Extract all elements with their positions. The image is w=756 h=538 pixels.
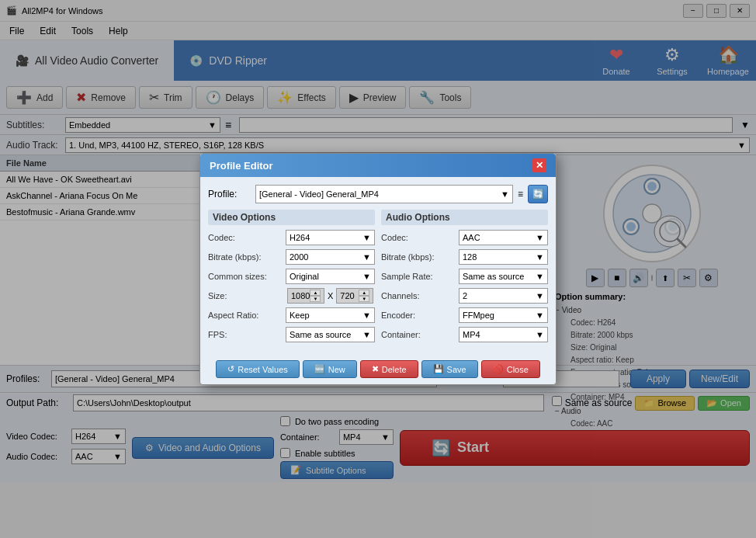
aspect-lbl: Aspect Ratio: bbox=[208, 311, 286, 320]
size-row: Size: 1080 ▲ ▼ X 720 bbox=[208, 288, 375, 304]
size-w-down[interactable]: ▼ bbox=[310, 296, 321, 302]
cs-arrow: ▼ bbox=[362, 272, 371, 281]
size-x: X bbox=[326, 291, 335, 300]
video-codec-sel[interactable]: H264 ▼ bbox=[286, 230, 375, 245]
fps-lbl: FPS: bbox=[208, 330, 286, 339]
delete-icon: ✖ bbox=[372, 364, 379, 374]
options-grid: Video Options Codec: H264 ▼ Bitrate (kbp… bbox=[208, 210, 548, 346]
video-bitrate-lbl: Bitrate (kbps): bbox=[208, 252, 286, 262]
sample-rate-sel[interactable]: Same as source ▼ bbox=[459, 269, 548, 284]
aspect-row: Aspect Ratio: Keep ▼ bbox=[208, 307, 375, 323]
profile-value: [General - Video] General_MP4 bbox=[259, 189, 379, 199]
profile-menu-icon: ≡ bbox=[518, 189, 523, 200]
asp-arrow: ▼ bbox=[362, 311, 371, 320]
dialog-overlay: Profile Editor ✕ Profile: [General - Vid… bbox=[0, 0, 756, 538]
size-width-input[interactable]: 1080 ▲ ▼ bbox=[287, 288, 324, 304]
audio-options-col: Audio Options Codec: AAC ▼ Bitrate (kbps… bbox=[381, 210, 548, 346]
new-button[interactable]: 🆕 New bbox=[303, 360, 357, 378]
size-h-val: 720 bbox=[340, 291, 354, 300]
close-label: Close bbox=[507, 365, 529, 374]
fps-row: FPS: Same as source ▼ bbox=[208, 327, 375, 342]
fps-val: Same as source bbox=[290, 330, 351, 339]
audio-codec-lbl: Codec: bbox=[381, 233, 459, 242]
encoder-sel[interactable]: FFMpeg ▼ bbox=[459, 307, 548, 323]
save-button[interactable]: 💾 Save bbox=[421, 360, 478, 378]
container-dlg-val: MP4 bbox=[463, 330, 480, 339]
fps-arrow: ▼ bbox=[362, 330, 371, 339]
encoder-val: FFMpeg bbox=[463, 311, 494, 320]
container-dlg-sel[interactable]: MP4 ▼ bbox=[459, 327, 548, 342]
reset-label: Reset Values bbox=[238, 365, 288, 374]
common-sizes-sel[interactable]: Original ▼ bbox=[286, 269, 375, 284]
vc-arrow: ▼ bbox=[362, 233, 371, 242]
encoder-row: Encoder: FFMpeg ▼ bbox=[381, 307, 548, 323]
video-options-title: Video Options bbox=[208, 210, 375, 225]
fps-sel[interactable]: Same as source ▼ bbox=[286, 327, 375, 342]
close-dialog-button[interactable]: 🚫 Close bbox=[481, 360, 540, 378]
dialog-title: Profile Editor bbox=[210, 160, 273, 172]
new-label: New bbox=[328, 365, 345, 374]
video-options-col: Video Options Codec: H264 ▼ Bitrate (kbp… bbox=[208, 210, 375, 346]
sr-arrow: ▼ bbox=[536, 272, 544, 281]
profile-select-row: Profile: [General - Video] General_MP4 ▼… bbox=[208, 185, 548, 203]
dialog-body: Profile: [General - Video] General_MP4 ▼… bbox=[200, 177, 556, 354]
common-sizes-row: Common sizes: Original ▼ bbox=[208, 269, 375, 284]
common-sizes-val: Original bbox=[290, 272, 319, 281]
save-label: Save bbox=[447, 365, 466, 374]
profile-arrow: ▼ bbox=[501, 189, 509, 199]
audio-codec-sel[interactable]: AAC ▼ bbox=[459, 230, 548, 245]
video-codec-lbl: Codec: bbox=[208, 233, 286, 242]
profile-label: Profile: bbox=[208, 189, 251, 200]
audio-bitrate-lbl: Bitrate (kbps): bbox=[381, 252, 459, 262]
audio-bitrate-sel[interactable]: 128 ▼ bbox=[459, 249, 548, 265]
profile-refresh-button[interactable]: 🔄 bbox=[528, 185, 548, 203]
ac-arrow: ▼ bbox=[536, 233, 544, 242]
channels-sel[interactable]: 2 ▼ bbox=[459, 288, 548, 304]
channels-val: 2 bbox=[463, 291, 467, 300]
audio-bitrate-row: Bitrate (kbps): 128 ▼ bbox=[381, 249, 548, 265]
size-lbl: Size: bbox=[208, 291, 286, 300]
ab-arrow: ▼ bbox=[536, 252, 544, 262]
reset-icon: ↺ bbox=[227, 364, 234, 374]
close-icon: 🚫 bbox=[493, 364, 504, 374]
audio-bitrate-val: 128 bbox=[463, 252, 477, 262]
save-icon: 💾 bbox=[433, 364, 444, 374]
channels-row: Channels: 2 ▼ bbox=[381, 288, 548, 304]
size-h-up[interactable]: ▲ bbox=[359, 290, 369, 296]
video-codec-row: Codec: H264 ▼ bbox=[208, 230, 375, 245]
dialog-close-button[interactable]: ✕ bbox=[532, 158, 546, 172]
cont-arrow: ▼ bbox=[536, 330, 544, 339]
delete-label: Delete bbox=[382, 365, 407, 374]
enc-arrow: ▼ bbox=[536, 311, 544, 320]
delete-button[interactable]: ✖ Delete bbox=[360, 360, 418, 378]
dialog-footer: ↺ Reset Values 🆕 New ✖ Delete 💾 Save 🚫 bbox=[200, 354, 556, 384]
audio-codec-val: AAC bbox=[463, 233, 480, 242]
audio-options-title: Audio Options bbox=[381, 210, 548, 225]
sample-rate-lbl: Sample Rate: bbox=[381, 272, 459, 281]
aspect-val: Keep bbox=[290, 311, 310, 320]
sample-rate-val: Same as source bbox=[463, 272, 524, 281]
ch-arrow: ▼ bbox=[536, 291, 544, 300]
audio-codec-row: Codec: AAC ▼ bbox=[381, 230, 548, 245]
size-w-up[interactable]: ▲ bbox=[310, 290, 321, 296]
channels-lbl: Channels: bbox=[381, 291, 459, 300]
profile-editor-dialog: Profile Editor ✕ Profile: [General - Vid… bbox=[199, 153, 557, 385]
sample-rate-row: Sample Rate: Same as source ▼ bbox=[381, 269, 548, 284]
video-bitrate-sel[interactable]: 2000 ▼ bbox=[286, 249, 375, 265]
container-dlg-row: Container: MP4 ▼ bbox=[381, 327, 548, 342]
encoder-lbl: Encoder: bbox=[381, 311, 459, 320]
dialog-header: Profile Editor ✕ bbox=[200, 154, 556, 177]
size-h-down[interactable]: ▼ bbox=[359, 296, 369, 302]
profile-select[interactable]: [General - Video] General_MP4 ▼ bbox=[255, 185, 513, 203]
video-bitrate-row: Bitrate (kbps): 2000 ▼ bbox=[208, 249, 375, 265]
container-dlg-lbl: Container: bbox=[381, 330, 459, 339]
video-bitrate-val: 2000 bbox=[290, 252, 308, 262]
size-height-input[interactable]: 720 ▲ ▼ bbox=[336, 288, 373, 304]
new-icon: 🆕 bbox=[314, 364, 325, 374]
reset-button[interactable]: ↺ Reset Values bbox=[216, 360, 300, 378]
aspect-sel[interactable]: Keep ▼ bbox=[286, 307, 375, 323]
size-w-val: 1080 bbox=[291, 291, 310, 300]
video-codec-val: H264 bbox=[290, 233, 310, 242]
common-sizes-lbl: Common sizes: bbox=[208, 272, 286, 281]
vb-arrow: ▼ bbox=[362, 252, 371, 262]
